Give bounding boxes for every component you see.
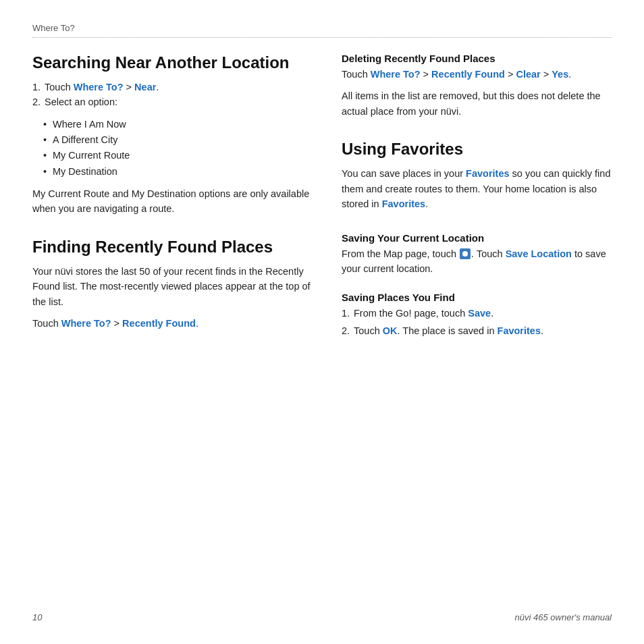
link-clear: Clear bbox=[516, 69, 540, 80]
section-saving-current: Saving Your Current Location From the Ma… bbox=[342, 232, 612, 277]
link-yes: Yes bbox=[552, 69, 568, 80]
list-item: My Destination bbox=[43, 164, 315, 180]
link-ok: OK bbox=[383, 325, 398, 336]
finding-body: Your nüvi stores the last 50 of your rec… bbox=[32, 264, 315, 309]
content-area: Searching Near Another Location 1. Touch… bbox=[32, 53, 612, 599]
page: Where To? Searching Near Another Locatio… bbox=[0, 0, 644, 644]
deleting-body: Touch Where To? > Recently Found > Clear… bbox=[342, 67, 612, 82]
list-item: Where I Am Now bbox=[43, 117, 315, 132]
section-using-favorites: Using Favorites You can save places in y… bbox=[342, 139, 612, 211]
section-searching-near: Searching Near Another Location 1. Touch… bbox=[32, 53, 315, 217]
link-where-to-3: Where To? bbox=[371, 69, 421, 80]
subsection-title-deleting: Deleting Recently Found Places bbox=[342, 53, 612, 64]
step-2: 2. Select an option: bbox=[32, 95, 315, 109]
section-note: My Current Route and My Destination opti… bbox=[32, 186, 315, 217]
section-title-searching: Searching Near Another Location bbox=[32, 53, 315, 73]
saving-step-1: 1. From the Go! page, touch Save. bbox=[342, 306, 612, 321]
link-favorites-2: Favorites bbox=[382, 198, 425, 209]
page-number: 10 bbox=[32, 612, 42, 622]
page-header: Where To? bbox=[32, 22, 612, 38]
link-favorites-3: Favorites bbox=[498, 325, 541, 336]
left-column: Searching Near Another Location 1. Touch… bbox=[32, 53, 315, 599]
steps-list: 1. Touch Where To? > Near. 2. Select an … bbox=[32, 80, 315, 110]
link-save: Save bbox=[468, 308, 491, 319]
manual-title: nüvi 465 owner's manual bbox=[515, 612, 612, 622]
section-title-favorites: Using Favorites bbox=[342, 139, 612, 159]
link-where-to-1: Where To? bbox=[74, 82, 124, 92]
section-saving-places: Saving Places You Find 1. From the Go! p… bbox=[342, 292, 612, 339]
subsection-title-saving-current: Saving Your Current Location bbox=[342, 232, 612, 244]
right-column: Deleting Recently Found Places Touch Whe… bbox=[342, 53, 612, 599]
saving-steps-list: 1. From the Go! page, touch Save. 2. Tou… bbox=[342, 306, 612, 339]
options-list: Where I Am Now A Different City My Curre… bbox=[43, 117, 315, 180]
list-item: My Current Route bbox=[43, 148, 315, 163]
finding-touch: Touch Where To? > Recently Found. bbox=[32, 316, 315, 331]
step-1: 1. Touch Where To? > Near. bbox=[32, 80, 315, 95]
saving-current-body: From the Map page, touch . Touch Save Lo… bbox=[342, 246, 612, 277]
link-where-to-2: Where To? bbox=[61, 318, 111, 329]
section-title-finding: Finding Recently Found Places bbox=[32, 237, 315, 257]
link-recently-found-1: Recently Found bbox=[122, 318, 196, 329]
link-favorites-1: Favorites bbox=[466, 168, 509, 179]
breadcrumb: Where To? bbox=[32, 23, 75, 33]
favorites-body: You can save places in your Favorites so… bbox=[342, 166, 612, 211]
save-icon bbox=[460, 248, 471, 259]
section-deleting: Deleting Recently Found Places Touch Whe… bbox=[342, 53, 612, 119]
section-finding-recently: Finding Recently Found Places Your nüvi … bbox=[32, 237, 315, 331]
subsection-title-saving-places: Saving Places You Find bbox=[342, 292, 612, 303]
saving-step-2: 2. Touch OK. The place is saved in Favor… bbox=[342, 323, 612, 338]
deleting-note: All items in the list are removed, but t… bbox=[342, 88, 612, 119]
list-item: A Different City bbox=[43, 132, 315, 148]
link-recently-found-2: Recently Found bbox=[431, 69, 505, 80]
link-near: Near bbox=[134, 82, 156, 92]
link-save-location: Save Location bbox=[506, 248, 572, 259]
page-footer: 10 nüvi 465 owner's manual bbox=[32, 599, 612, 622]
